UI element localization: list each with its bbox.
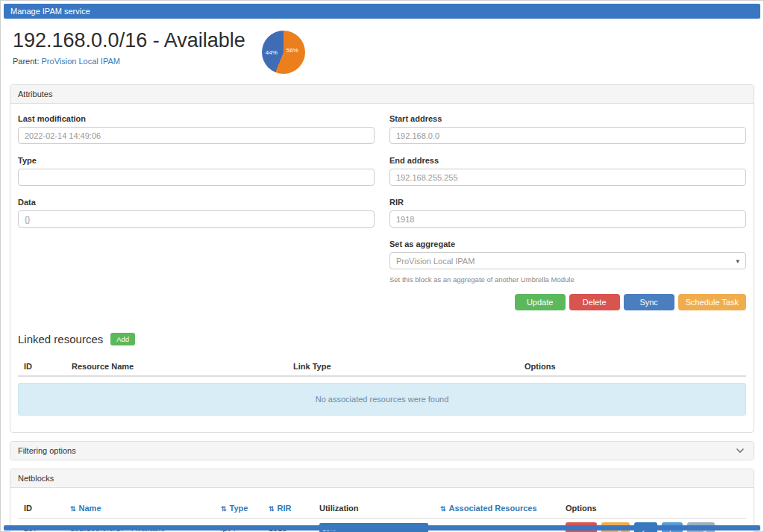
data-input[interactable] <box>18 210 375 228</box>
sort-icon: ⇅ <box>269 505 275 513</box>
rir-label: RIR <box>389 198 746 207</box>
type-input[interactable] <box>18 169 375 186</box>
sync-button[interactable]: Sync <box>624 294 674 310</box>
nb-col-rir[interactable]: ⇅RIR <box>263 498 313 519</box>
nb-col-associated-label: Associated Resources <box>449 504 537 513</box>
linked-resources-section: Linked resources Add ID Resource Name Li… <box>18 333 746 416</box>
filtering-options-header[interactable]: Filtering options <box>10 442 754 460</box>
parent-line: Parent: ProVision Local IPAM <box>13 57 245 66</box>
schedule-task-button[interactable]: Schedule Task <box>678 294 746 310</box>
footer-bar <box>4 525 760 531</box>
add-linked-resource-button[interactable]: Add <box>110 333 135 345</box>
delete-button[interactable]: Delete <box>569 294 620 310</box>
page-title: 192.168.0.0/16 - Available <box>13 29 245 52</box>
window-title-bar: Manage IPAM service <box>4 4 760 19</box>
attributes-form-right-column: Start address End address RIR Set a <box>389 114 746 284</box>
nb-col-options: Options <box>560 498 746 519</box>
parent-label: Parent: <box>13 57 39 66</box>
start-address-label: Start address <box>389 114 746 123</box>
lr-col-link-type: Link Type <box>287 357 519 376</box>
linked-resources-header-row: ID Resource Name Link Type Options <box>18 357 746 376</box>
data-label: Data <box>18 198 375 207</box>
nb-col-type[interactable]: ⇅Type <box>215 498 263 519</box>
manage-ipam-page: Manage IPAM service 192.168.0.0/16 - Ava… <box>0 0 764 532</box>
utilization-pie-chart: 44% 56% <box>262 31 305 74</box>
nb-col-id: ID <box>18 498 64 519</box>
sort-icon: ⇅ <box>70 505 76 513</box>
pie-slice-label-free: 44% <box>266 49 278 56</box>
sort-icon: ⇅ <box>221 505 227 513</box>
attributes-actions: Update Delete Sync Schedule Task <box>18 294 746 310</box>
attributes-panel: Attributes Last modification Type <box>10 84 754 433</box>
rir-input[interactable] <box>389 210 746 228</box>
netblocks-header-row: ID ⇅Name ⇅Type ⇅RIR Utilization <box>18 498 746 519</box>
nb-col-rir-label: RIR <box>278 504 292 513</box>
attributes-form-left-column: Last modification Type Data <box>18 114 375 284</box>
nb-col-type-label: Type <box>230 504 248 513</box>
last-modification-input[interactable] <box>18 127 375 144</box>
linked-resources-table: ID Resource Name Link Type Options <box>18 357 746 377</box>
linked-resources-title: Linked resources <box>18 333 103 345</box>
lr-col-resource-name: Resource Name <box>66 357 287 376</box>
filtering-options-panel: Filtering options <box>10 441 754 460</box>
aggregate-select-value: ProVision Local IPAM <box>396 257 475 266</box>
page-content: 192.168.0.0/16 - Available Parent: ProVi… <box>4 19 760 532</box>
netblocks-panel: Netblocks ID ⇅Name ⇅Type <box>10 469 754 532</box>
aggregate-help-text: Set this block as an aggregate of anothe… <box>389 275 746 284</box>
caret-down-icon: ▾ <box>736 257 739 265</box>
block-summary-header: 192.168.0.0/16 - Available Parent: ProVi… <box>10 25 754 84</box>
parent-link[interactable]: ProVision Local IPAM <box>42 57 120 66</box>
attributes-panel-body: Last modification Type Data <box>10 104 754 432</box>
end-address-label: End address <box>389 156 746 165</box>
nb-col-name[interactable]: ⇅Name <box>64 498 215 519</box>
sort-icon: ⇅ <box>440 505 446 513</box>
chevron-down-icon[interactable] <box>736 448 746 454</box>
type-label: Type <box>18 156 375 165</box>
lr-col-id: ID <box>18 357 66 376</box>
end-address-input[interactable] <box>389 169 746 186</box>
update-button[interactable]: Update <box>515 294 566 310</box>
nb-col-name-label: Name <box>79 504 101 513</box>
block-summary-text: 192.168.0.0/16 - Available Parent: ProVi… <box>13 29 245 66</box>
lr-col-options: Options <box>519 357 746 376</box>
attributes-form: Last modification Type Data <box>18 114 746 310</box>
filtering-options-title: Filtering options <box>18 446 76 455</box>
last-modification-label: Last modification <box>18 114 375 123</box>
no-resources-alert: No associated resources were found <box>18 383 746 416</box>
window-title: Manage IPAM service <box>10 7 90 16</box>
pie-slice-label-used: 56% <box>286 47 298 54</box>
aggregate-select[interactable]: ProVision Local IPAM ▾ <box>389 252 746 269</box>
attributes-panel-title: Attributes <box>18 90 52 98</box>
aggregate-label: Set as aggregate <box>389 240 746 248</box>
attributes-panel-heading: Attributes <box>10 85 754 104</box>
start-address-input[interactable] <box>389 127 746 144</box>
nb-col-utilization: Utilization <box>313 498 434 519</box>
netblocks-panel-heading: Netblocks <box>10 469 754 488</box>
nb-col-associated-resources[interactable]: ⇅Associated Resources <box>434 498 560 519</box>
netblocks-panel-title: Netblocks <box>18 474 54 483</box>
